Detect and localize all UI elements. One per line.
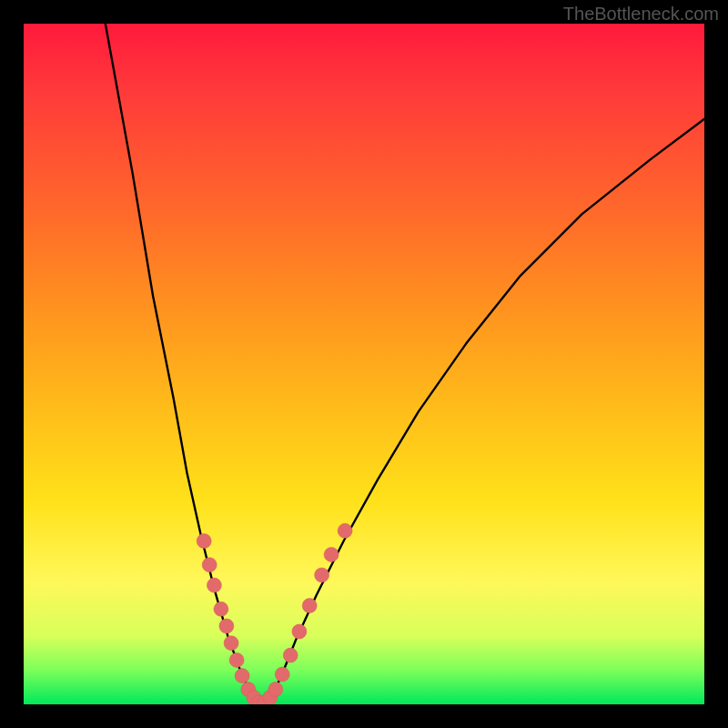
marker-dot [302, 599, 317, 613]
watermark-text: TheBottleneck.com [563, 4, 719, 25]
marker-dot [219, 619, 234, 633]
marker-dot [197, 534, 211, 549]
marker-dot [235, 669, 249, 683]
marker-dot [207, 578, 221, 592]
marker-dot [275, 667, 289, 682]
plot-area [24, 24, 704, 704]
marker-dot [324, 547, 339, 561]
marker-dot [224, 636, 238, 651]
marker-dot [315, 568, 329, 582]
marker-dot [214, 602, 228, 616]
bottleneck-curve [24, 24, 704, 704]
marker-dot [229, 652, 244, 667]
marker-dot [283, 648, 298, 662]
marker-dot [292, 624, 307, 639]
marker-dot [338, 523, 352, 538]
marker-dot [268, 682, 283, 697]
marker-dot [202, 558, 217, 572]
chart-frame: TheBottleneck.com [0, 0, 728, 728]
